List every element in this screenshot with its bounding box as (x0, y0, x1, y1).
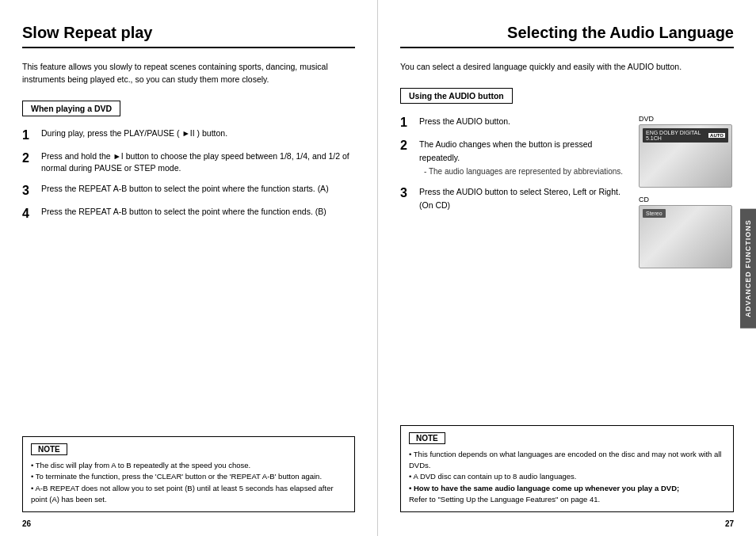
right-step-text-1: Press the AUDIO button. (419, 116, 510, 126)
cd-screen: Stereo (639, 205, 732, 268)
right-note-line-2: • A DVD disc can contain up to 8 audio l… (409, 471, 725, 482)
step-item: 4 Press the REPEAT A-B button to select … (22, 206, 355, 221)
cd-bar-text: Stereo (646, 211, 662, 216)
right-steps: 1 Press the AUDIO button. 2 The Audio ch… (400, 115, 631, 212)
page-right: Selecting the Audio Language You can sel… (378, 0, 756, 536)
dvd-overlay-bar: ENG DOLBY DIGITAL 5.1CH AUTO (643, 128, 728, 143)
right-section-badge: Using the AUDIO button (400, 88, 513, 104)
left-note-label: NOTE (31, 443, 67, 455)
right-step-text-2: The Audio changes when the button is pre… (419, 139, 592, 162)
right-note-text: • This function depends on what language… (409, 449, 725, 505)
left-page-number: 26 (22, 519, 31, 528)
right-page-title: Selecting the Audio Language (400, 24, 734, 48)
sidebar-tab: ADVANCED FUNCTIONS (740, 208, 756, 328)
left-section-badge: When playing a DVD (22, 101, 120, 116)
left-note-line-2: • To terminate the function, press the '… (31, 471, 346, 482)
right-step-number-3: 3 (400, 185, 414, 200)
right-note-line-4: Refer to "Setting Up the Language Featur… (409, 494, 725, 505)
right-note-label: NOTE (409, 432, 445, 444)
step-item: 3 Press the REPEAT A-B button to select … (22, 183, 355, 198)
step-text-2: Press and hold the ►I button to choose t… (41, 150, 355, 176)
cd-section: CD Stereo (639, 196, 734, 268)
left-note-box: NOTE • The disc will play from A to B re… (22, 436, 355, 512)
right-step-number-2: 2 (400, 138, 414, 153)
cd-overlay-bar: Stereo (643, 209, 666, 218)
left-intro: This feature allows you slowly to repeat… (22, 61, 355, 86)
step-item: 3 Press the AUDIO button to select Stere… (400, 185, 631, 212)
dvd-section: DVD ENG DOLBY DIGITAL 5.1CH AUTO (639, 115, 734, 188)
right-intro: You can select a desired language quickl… (400, 61, 734, 74)
right-note-box: NOTE • This function depends on what lan… (400, 425, 734, 512)
right-note-line-3: • How to have the same audio language co… (409, 483, 725, 494)
right-step-number-1: 1 (400, 115, 414, 130)
cd-label: CD (639, 196, 734, 203)
right-page-number: 27 (725, 519, 734, 528)
left-note-line-1: • The disc will play from A to B repeate… (31, 460, 346, 471)
left-note-line-3: • A-B REPEAT does not allow you to set p… (31, 483, 346, 506)
step-number-3: 3 (22, 183, 36, 198)
step-item: 1 Press the AUDIO button. (400, 115, 631, 130)
step-item: 2 The Audio changes when the button is p… (400, 138, 631, 178)
step-number-4: 4 (22, 206, 36, 221)
right-content: 1 Press the AUDIO button. 2 The Audio ch… (400, 115, 734, 268)
step-text-4: Press the REPEAT A-B button to select th… (41, 206, 355, 219)
right-steps-col: 1 Press the AUDIO button. 2 The Audio ch… (400, 115, 631, 268)
step-number-2: 2 (22, 150, 36, 165)
dvd-bar-text: ENG DOLBY DIGITAL 5.1CH (646, 130, 706, 141)
right-step-text-3: Press the AUDIO button to select Stereo,… (419, 187, 620, 210)
sidebar-tab-text: ADVANCED FUNCTIONS (744, 219, 752, 317)
dvd-screen: ENG DOLBY DIGITAL 5.1CH AUTO (639, 124, 732, 188)
step-item: 2 Press and hold the ►I button to choose… (22, 150, 355, 176)
left-page-title: Slow Repeat play (22, 24, 355, 48)
page-left: Slow Repeat play This feature allows you… (0, 0, 378, 536)
dvd-badge: AUTO (708, 133, 725, 138)
step-text-1: During play, press the PLAY/PAUSE ( ►II … (41, 127, 355, 140)
step-text-3: Press the REPEAT A-B button to select th… (41, 183, 355, 196)
right-note-bold-line: • How to have the same audio language co… (409, 484, 679, 492)
right-note-line-1: • This function depends on what language… (409, 449, 725, 472)
left-steps: 1 During play, press the PLAY/PAUSE ( ►I… (22, 127, 355, 222)
right-step-sub-2: - The audio languages are represented by… (424, 165, 631, 177)
step-number-1: 1 (22, 127, 36, 143)
dvd-label: DVD (639, 115, 734, 123)
step-item: 1 During play, press the PLAY/PAUSE ( ►I… (22, 127, 355, 143)
left-note-text: • The disc will play from A to B repeate… (31, 460, 346, 505)
right-images-col: DVD ENG DOLBY DIGITAL 5.1CH AUTO CD Ster… (639, 115, 734, 268)
